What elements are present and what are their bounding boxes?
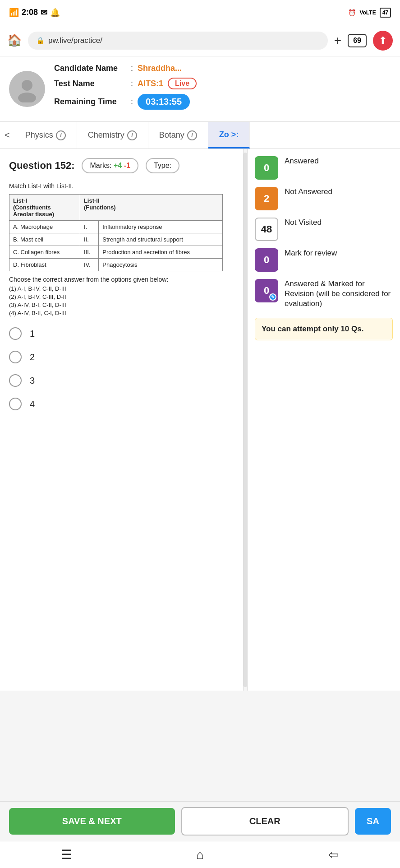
test-name-value: AITS:1 [138,79,163,88]
avatar [9,71,45,107]
alarm-icon: ⏰ [348,9,356,16]
home-icon: ⌂ [196,848,204,862]
botany-info-icon[interactable]: i [187,130,197,140]
browser-bar: 🏠 🔒 pw.live/practice/ + 69 ⬆ [0,25,400,56]
name-sep: : [131,64,133,73]
upload-button[interactable]: ⬆ [373,31,393,51]
marks-negative: -1 [124,162,130,169]
subject-tabs[interactable]: < Physics i Chemistry i Botany i Zo >: [0,122,400,149]
status-right: ⏰ VoLTE 47 [348,8,391,18]
physics-tab-label: Physics [25,130,53,140]
chemistry-tab-label: Chemistry [88,130,124,140]
question-instruction: Match List-I with List-II. [9,182,234,190]
tab-zoology[interactable]: Zo >: [208,122,250,149]
status-time: 2:08 [22,8,38,17]
candidate-name-label: Candidate Name [54,64,126,73]
option-4: (4) A-IV, B-II, C-I, D-III [9,310,234,316]
list2-header: List-II(Functions) [80,195,222,221]
system-nav: ☰ ⌂ ⇦ [0,841,400,868]
new-tab-button[interactable]: + [334,33,341,48]
clear-button[interactable]: CLEAR [181,807,349,836]
right-panel: 0 Answered 2 Not Answered 48 Not Visited… [247,149,400,691]
timer-display: 03:13:55 [138,94,190,110]
option-3: (3) A-IV, B-I, C-II, D-III [9,302,234,308]
attempt-notice: You can attempt only 10 Qs. [255,318,393,340]
email-icon: ✉ [41,8,47,18]
status-not-visited: 48 Not Visited [255,218,393,241]
choice-row-2[interactable]: 2 [9,351,234,363]
table-row: B. Mast cell II. Strength and structural… [9,233,223,246]
status-answered: 0 Answered [255,156,393,180]
status-mark-review: 0 Mark for review [255,248,393,272]
physics-info-icon[interactable]: i [56,130,66,140]
choice-row-4[interactable]: 4 [9,398,234,410]
menu-icon: ☰ [61,847,72,862]
tab-botany[interactable]: Botany i [148,122,208,149]
svg-point-1 [18,93,36,102]
question-panel: Question 152: Marks: +4 -1 Type: Match L… [0,149,244,691]
status-left: 📶 2:08 ✉ 🔔 [9,8,60,18]
chemistry-info-icon[interactable]: i [127,130,137,140]
live-badge: Live [168,78,197,89]
save-next-button[interactable]: SAVE & NEXT [9,808,175,835]
mark-review-count-badge: 0 [255,248,278,272]
candidate-name-row: Candidate Name : Shraddha... [54,64,391,73]
main-content: Question 152: Marks: +4 -1 Type: Match L… [0,149,400,691]
nav-back-button[interactable]: ⇦ [320,845,347,865]
candidate-details: Candidate Name : Shraddha... Test Name :… [54,64,391,114]
status-not-answered: 2 Not Answered [255,187,393,210]
botany-tab-label: Botany [159,130,184,140]
table-row: D. Fibroblast IV. Phagocytosis [9,259,223,271]
url-bar[interactable]: 🔒 pw.live/practice/ [28,32,328,50]
answered-marked-count-badge: 0 ✎ [255,279,278,302]
question-title: Question 152: [9,160,74,172]
tab-count-badge[interactable]: 69 [348,34,367,47]
table-row: C. Collagen fibres III. Production and s… [9,246,223,259]
candidate-name-value: Shraddha... [138,64,182,73]
choice-row-3[interactable]: 3 [9,374,234,387]
tab-physics[interactable]: Physics i [14,122,77,149]
choice-label-3: 3 [30,376,35,386]
tab-chemistry[interactable]: Chemistry i [77,122,148,149]
answer-choices: 1 2 3 4 [9,327,234,410]
match-table: List-I(ConstituentsAreolar tissue) List-… [9,194,223,271]
browser-home-icon[interactable]: 🏠 [7,33,22,47]
marks-positive: +4 [114,162,122,169]
test-name-row: Test Name : AITS:1 Live [54,78,391,89]
signal-icon: 📶 [9,8,19,18]
mark-review-label: Mark for review [285,248,337,258]
marks-badge: Marks: +4 -1 [82,158,138,173]
marks-label: Marks: [90,162,111,169]
candidate-info: Candidate Name : Shraddha... Test Name :… [0,56,400,122]
radio-2[interactable] [9,351,22,363]
edit-dot-icon: ✎ [269,293,276,301]
nav-menu-button[interactable]: ☰ [53,845,80,865]
choice-row-1[interactable]: 1 [9,327,234,340]
list1-header: List-I(ConstituentsAreolar tissue) [9,195,80,221]
question-body: Match List-I with List-II. List-I(Consti… [9,182,234,316]
answered-count-badge: 0 [255,156,278,180]
remaining-time-row: Remaining Time : 03:13:55 [54,94,391,110]
answered-label: Answered [285,156,319,166]
lock-icon: 🔒 [36,37,45,45]
status-bar: 📶 2:08 ✉ 🔔 ⏰ VoLTE 47 [0,0,400,25]
status-answered-marked: 0 ✎ Answered & Marked for Revision (will… [255,279,393,309]
nav-home-button[interactable]: ⌂ [186,845,213,865]
radio-3[interactable] [9,374,22,387]
not-answered-label: Not Answered [285,187,332,197]
radio-4[interactable] [9,398,22,410]
radio-1[interactable] [9,327,22,340]
option-list: (1) A-I, B-IV, C-II, D-III (2) A-I, B-IV… [9,285,234,316]
option-2: (2) A-I, B-IV, C-III, D-II [9,293,234,300]
remaining-time-label: Remaining Time [54,97,126,107]
back-icon: ⇦ [328,847,339,862]
action-bar: SAVE & NEXT CLEAR SA [0,801,400,841]
zoology-tab-label: Zo >: [219,130,239,139]
answered-marked-label: Answered & Marked for Revision (will be … [285,279,393,309]
not-visited-count-badge: 48 [255,218,278,241]
save-button[interactable]: SA [355,808,391,835]
type-badge: Type: [146,158,179,173]
choice-label-2: 2 [30,352,35,362]
tabs-left-arrow[interactable]: < [0,130,14,140]
status-grid: 0 Answered 2 Not Answered 48 Not Visited… [255,156,393,309]
